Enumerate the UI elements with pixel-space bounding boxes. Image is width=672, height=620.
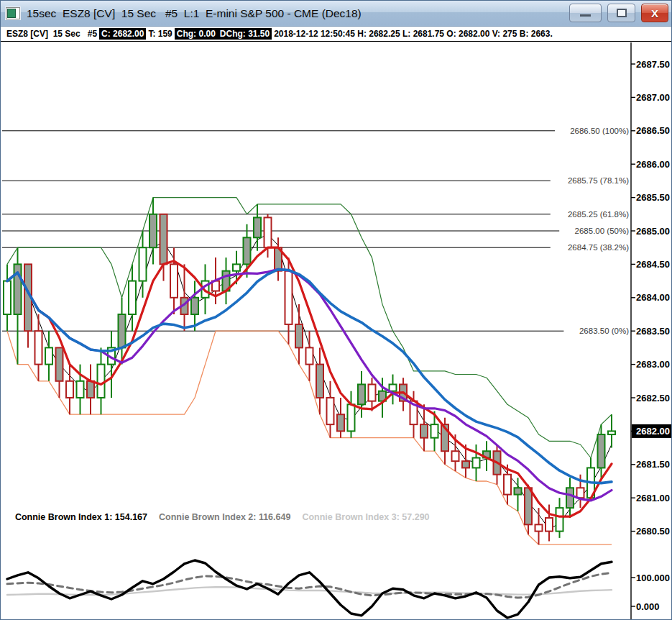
last-price-marker-text: 2682.00: [636, 426, 670, 437]
chart-area[interactable]: 2686.50 (100%)2685.75 (78.1%)2685.25 (61…: [1, 42, 671, 619]
candle-body: [431, 424, 438, 438]
candle-body: [462, 461, 469, 468]
title-bar[interactable]: 15sec ESZ8 [CV] 15 Sec #5 L:1 E-mini S&P…: [1, 1, 671, 27]
price-axis-label: 2682.50: [636, 393, 670, 404]
candle-body: [149, 214, 157, 247]
candle-body: [77, 381, 84, 398]
candle-body: [45, 347, 52, 364]
price-axis-label: 2681.00: [636, 493, 670, 503]
candle-body: [452, 451, 459, 461]
candle-body: [306, 347, 313, 364]
cbi3-label: Connie Brown Index 3: 57.290: [302, 512, 429, 522]
candle-body: [546, 518, 553, 532]
candle-body: [119, 314, 126, 347]
price-axis-label: 2686.50: [636, 125, 670, 136]
candle-body: [327, 398, 334, 424]
price-axis-label: 2684.50: [636, 259, 670, 270]
candle-body: [66, 381, 73, 398]
indicator-axis-label: 0.000: [636, 601, 660, 612]
cbi1-label: Connie Brown Index 1: 154.167: [15, 512, 147, 522]
candle-body: [515, 488, 522, 494]
price-axis-label: 2684.00: [636, 292, 670, 303]
fib-level-label: 2683.50 (0%): [579, 327, 629, 335]
price-axis-label: 2680.50: [636, 526, 670, 537]
price-axis-label: 2685.50: [636, 192, 670, 203]
maximize-icon: [617, 9, 627, 17]
candle-body: [160, 214, 167, 265]
candle-body: [316, 365, 323, 398]
indicator-labels: Connie Brown Index 1: 154.167Connie Brow…: [5, 502, 441, 532]
candle-body: [598, 434, 605, 468]
candle-body: [87, 381, 94, 398]
minimize-icon: [580, 14, 591, 17]
candle-body: [473, 458, 480, 468]
info-bar: ESZ8 [CV] 15 Sec #5C: 2682.00T: 159Chg: …: [1, 27, 671, 42]
cbi2-label: Connie Brown Index 2: 116.649: [159, 512, 290, 522]
fib-level-label: 2685.00 (50%): [575, 227, 630, 235]
price-chart[interactable]: 2686.50 (100%)2685.75 (78.1%)2685.25 (61…: [1, 42, 671, 619]
price-axis-label: 2687.00: [636, 92, 670, 103]
window-controls: X: [569, 4, 668, 22]
candles-layer: [4, 198, 615, 545]
info-segment: 2018-12-12 12:50:45 H: 2682.25 L: 2681.7…: [272, 28, 555, 40]
candle-body: [525, 488, 532, 524]
candle-body: [295, 324, 303, 347]
info-segment: C: 2682.00: [99, 28, 146, 40]
price-axis-label: 2686.00: [636, 159, 670, 170]
candle-body: [577, 488, 584, 498]
price-axis-label: 2683.50: [636, 326, 670, 337]
fib-retracement-lines: 2686.50 (100%)2685.75 (78.1%)2685.25 (61…: [2, 127, 629, 335]
price-axis-label: 2681.50: [636, 459, 670, 470]
candle-body: [35, 331, 42, 364]
candle-body: [191, 298, 198, 314]
price-axis[interactable]: 2687.502687.002686.502686.002685.502685.…: [631, 42, 671, 619]
candle-body: [56, 347, 63, 380]
oscillator-panel: [7, 560, 612, 618]
candle-body: [285, 271, 293, 324]
candle-body: [420, 424, 428, 438]
info-segment: DChg: 31.50: [218, 28, 272, 40]
candle-body: [264, 217, 272, 247]
candle-body: [390, 384, 397, 391]
candle-body: [254, 217, 261, 237]
close-icon: X: [651, 8, 658, 19]
candle-body: [504, 475, 511, 495]
candle-body: [233, 264, 240, 270]
fib-level-label: 2686.50 (100%): [570, 127, 629, 135]
fib-level-label: 2685.25 (61.8%): [568, 210, 629, 219]
fib-level-label: 2684.75 (38.2%): [568, 243, 629, 252]
info-segment: Chg: 0.00: [175, 28, 218, 40]
connie-brown-index-1-line: [7, 560, 612, 618]
fib-level-label: 2685.75 (78.1%): [568, 176, 629, 185]
indicator-axis-label: 100.000: [636, 573, 670, 583]
band-high-line: [7, 198, 612, 458]
info-segment: T: 159: [146, 28, 174, 40]
info-segment: ESZ8 [CV] 15 Sec #5: [4, 28, 99, 40]
candle-body: [337, 414, 344, 431]
chart-window-icon: [6, 7, 20, 19]
minimize-button[interactable]: [569, 4, 602, 22]
candle-body: [608, 431, 615, 434]
candle-body: [98, 365, 105, 398]
price-axis-label: 2687.50: [636, 59, 670, 70]
window-title: 15sec ESZ8 [CV] 15 Sec #5 L:1 E-mini S&P…: [27, 7, 362, 20]
candle-body: [348, 404, 355, 431]
candle-body: [4, 281, 11, 314]
candle-body: [566, 488, 574, 508]
candle-body: [358, 384, 365, 404]
candle-body: [556, 508, 563, 531]
candle-body: [170, 264, 178, 297]
candle-body: [139, 247, 147, 281]
candle-body: [129, 281, 136, 314]
price-axis-label: 2685.00: [636, 226, 670, 237]
price-axis-label: 2683.00: [636, 359, 670, 370]
candle-body: [244, 237, 251, 264]
maximize-button[interactable]: [607, 4, 635, 22]
chart-icon-glyph: [7, 9, 16, 18]
candle-body: [369, 384, 376, 401]
close-button[interactable]: X: [641, 4, 668, 22]
candle-body: [535, 524, 543, 531]
chart-window: 15sec ESZ8 [CV] 15 Sec #5 L:1 E-mini S&P…: [0, 0, 672, 620]
